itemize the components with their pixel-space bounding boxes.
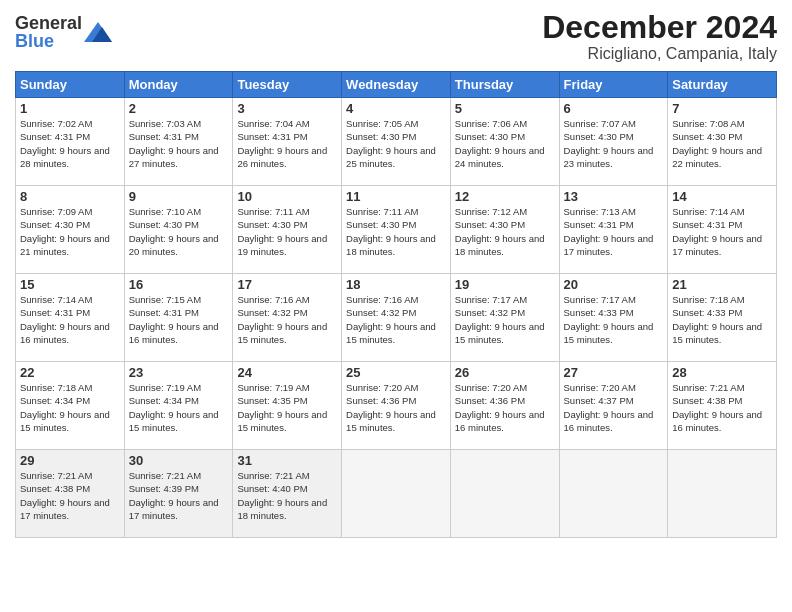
day-number: 24	[237, 365, 337, 380]
day-number: 18	[346, 277, 446, 292]
calendar-table: Sunday Monday Tuesday Wednesday Thursday…	[15, 71, 777, 538]
day-info: Sunrise: 7:09 AMSunset: 4:30 PMDaylight:…	[20, 205, 120, 258]
day-info: Sunrise: 7:17 AMSunset: 4:33 PMDaylight:…	[564, 293, 664, 346]
calendar-day-cell: 8Sunrise: 7:09 AMSunset: 4:30 PMDaylight…	[16, 186, 125, 274]
day-info: Sunrise: 7:11 AMSunset: 4:30 PMDaylight:…	[237, 205, 337, 258]
calendar-day-cell: 16Sunrise: 7:15 AMSunset: 4:31 PMDayligh…	[124, 274, 233, 362]
day-info: Sunrise: 7:21 AMSunset: 4:38 PMDaylight:…	[20, 469, 120, 522]
day-info: Sunrise: 7:21 AMSunset: 4:39 PMDaylight:…	[129, 469, 229, 522]
calendar-day-cell: 15Sunrise: 7:14 AMSunset: 4:31 PMDayligh…	[16, 274, 125, 362]
page-title: December 2024	[542, 10, 777, 45]
day-info: Sunrise: 7:07 AMSunset: 4:30 PMDaylight:…	[564, 117, 664, 170]
calendar-day-cell: 3Sunrise: 7:04 AMSunset: 4:31 PMDaylight…	[233, 98, 342, 186]
calendar-day-cell: 5Sunrise: 7:06 AMSunset: 4:30 PMDaylight…	[450, 98, 559, 186]
calendar-header-row: Sunday Monday Tuesday Wednesday Thursday…	[16, 72, 777, 98]
logo-general-text: General	[15, 14, 82, 32]
day-number: 14	[672, 189, 772, 204]
logo-icon	[84, 22, 112, 42]
day-number: 28	[672, 365, 772, 380]
calendar-day-cell: 4Sunrise: 7:05 AMSunset: 4:30 PMDaylight…	[342, 98, 451, 186]
day-info: Sunrise: 7:06 AMSunset: 4:30 PMDaylight:…	[455, 117, 555, 170]
day-info: Sunrise: 7:03 AMSunset: 4:31 PMDaylight:…	[129, 117, 229, 170]
calendar-week-row: 15Sunrise: 7:14 AMSunset: 4:31 PMDayligh…	[16, 274, 777, 362]
calendar-day-cell: 12Sunrise: 7:12 AMSunset: 4:30 PMDayligh…	[450, 186, 559, 274]
day-number: 21	[672, 277, 772, 292]
day-number: 2	[129, 101, 229, 116]
logo: General Blue	[15, 14, 112, 50]
day-number: 7	[672, 101, 772, 116]
day-info: Sunrise: 7:20 AMSunset: 4:36 PMDaylight:…	[455, 381, 555, 434]
calendar-week-row: 22Sunrise: 7:18 AMSunset: 4:34 PMDayligh…	[16, 362, 777, 450]
day-number: 26	[455, 365, 555, 380]
day-number: 22	[20, 365, 120, 380]
day-info: Sunrise: 7:02 AMSunset: 4:31 PMDaylight:…	[20, 117, 120, 170]
day-number: 27	[564, 365, 664, 380]
col-wednesday: Wednesday	[342, 72, 451, 98]
day-info: Sunrise: 7:12 AMSunset: 4:30 PMDaylight:…	[455, 205, 555, 258]
calendar-day-cell: 19Sunrise: 7:17 AMSunset: 4:32 PMDayligh…	[450, 274, 559, 362]
page: General Blue December 2024 Ricigliano, C…	[0, 0, 792, 553]
day-info: Sunrise: 7:10 AMSunset: 4:30 PMDaylight:…	[129, 205, 229, 258]
calendar-day-cell: 27Sunrise: 7:20 AMSunset: 4:37 PMDayligh…	[559, 362, 668, 450]
day-number: 25	[346, 365, 446, 380]
calendar-day-cell: 24Sunrise: 7:19 AMSunset: 4:35 PMDayligh…	[233, 362, 342, 450]
calendar-day-cell: 26Sunrise: 7:20 AMSunset: 4:36 PMDayligh…	[450, 362, 559, 450]
page-subtitle: Ricigliano, Campania, Italy	[542, 45, 777, 63]
day-info: Sunrise: 7:21 AMSunset: 4:40 PMDaylight:…	[237, 469, 337, 522]
day-info: Sunrise: 7:21 AMSunset: 4:38 PMDaylight:…	[672, 381, 772, 434]
day-info: Sunrise: 7:16 AMSunset: 4:32 PMDaylight:…	[346, 293, 446, 346]
calendar-day-cell: 1Sunrise: 7:02 AMSunset: 4:31 PMDaylight…	[16, 98, 125, 186]
day-number: 20	[564, 277, 664, 292]
col-saturday: Saturday	[668, 72, 777, 98]
day-info: Sunrise: 7:18 AMSunset: 4:33 PMDaylight:…	[672, 293, 772, 346]
day-number: 12	[455, 189, 555, 204]
header: General Blue December 2024 Ricigliano, C…	[15, 10, 777, 63]
day-info: Sunrise: 7:19 AMSunset: 4:35 PMDaylight:…	[237, 381, 337, 434]
calendar-day-cell: 31Sunrise: 7:21 AMSunset: 4:40 PMDayligh…	[233, 450, 342, 538]
day-info: Sunrise: 7:11 AMSunset: 4:30 PMDaylight:…	[346, 205, 446, 258]
day-number: 29	[20, 453, 120, 468]
calendar-week-row: 8Sunrise: 7:09 AMSunset: 4:30 PMDaylight…	[16, 186, 777, 274]
calendar-day-cell: 6Sunrise: 7:07 AMSunset: 4:30 PMDaylight…	[559, 98, 668, 186]
day-info: Sunrise: 7:14 AMSunset: 4:31 PMDaylight:…	[20, 293, 120, 346]
calendar-day-cell: 23Sunrise: 7:19 AMSunset: 4:34 PMDayligh…	[124, 362, 233, 450]
calendar-day-cell: 29Sunrise: 7:21 AMSunset: 4:38 PMDayligh…	[16, 450, 125, 538]
day-info: Sunrise: 7:14 AMSunset: 4:31 PMDaylight:…	[672, 205, 772, 258]
calendar-day-cell: 14Sunrise: 7:14 AMSunset: 4:31 PMDayligh…	[668, 186, 777, 274]
day-info: Sunrise: 7:16 AMSunset: 4:32 PMDaylight:…	[237, 293, 337, 346]
col-tuesday: Tuesday	[233, 72, 342, 98]
day-number: 4	[346, 101, 446, 116]
calendar-day-cell: 30Sunrise: 7:21 AMSunset: 4:39 PMDayligh…	[124, 450, 233, 538]
day-info: Sunrise: 7:18 AMSunset: 4:34 PMDaylight:…	[20, 381, 120, 434]
day-info: Sunrise: 7:15 AMSunset: 4:31 PMDaylight:…	[129, 293, 229, 346]
day-number: 8	[20, 189, 120, 204]
day-info: Sunrise: 7:20 AMSunset: 4:37 PMDaylight:…	[564, 381, 664, 434]
day-number: 10	[237, 189, 337, 204]
title-block: December 2024 Ricigliano, Campania, Ital…	[542, 10, 777, 63]
calendar-day-cell	[342, 450, 451, 538]
col-thursday: Thursday	[450, 72, 559, 98]
day-number: 13	[564, 189, 664, 204]
calendar-day-cell: 20Sunrise: 7:17 AMSunset: 4:33 PMDayligh…	[559, 274, 668, 362]
day-number: 23	[129, 365, 229, 380]
calendar-day-cell: 25Sunrise: 7:20 AMSunset: 4:36 PMDayligh…	[342, 362, 451, 450]
day-number: 9	[129, 189, 229, 204]
col-sunday: Sunday	[16, 72, 125, 98]
calendar-day-cell: 10Sunrise: 7:11 AMSunset: 4:30 PMDayligh…	[233, 186, 342, 274]
logo-blue-text: Blue	[15, 32, 82, 50]
calendar-day-cell	[559, 450, 668, 538]
calendar-day-cell: 13Sunrise: 7:13 AMSunset: 4:31 PMDayligh…	[559, 186, 668, 274]
day-number: 3	[237, 101, 337, 116]
calendar-day-cell: 28Sunrise: 7:21 AMSunset: 4:38 PMDayligh…	[668, 362, 777, 450]
day-number: 11	[346, 189, 446, 204]
day-number: 1	[20, 101, 120, 116]
day-info: Sunrise: 7:04 AMSunset: 4:31 PMDaylight:…	[237, 117, 337, 170]
day-info: Sunrise: 7:05 AMSunset: 4:30 PMDaylight:…	[346, 117, 446, 170]
calendar-day-cell: 7Sunrise: 7:08 AMSunset: 4:30 PMDaylight…	[668, 98, 777, 186]
day-info: Sunrise: 7:19 AMSunset: 4:34 PMDaylight:…	[129, 381, 229, 434]
day-info: Sunrise: 7:17 AMSunset: 4:32 PMDaylight:…	[455, 293, 555, 346]
calendar-day-cell: 18Sunrise: 7:16 AMSunset: 4:32 PMDayligh…	[342, 274, 451, 362]
calendar-day-cell: 11Sunrise: 7:11 AMSunset: 4:30 PMDayligh…	[342, 186, 451, 274]
calendar-day-cell: 21Sunrise: 7:18 AMSunset: 4:33 PMDayligh…	[668, 274, 777, 362]
day-number: 5	[455, 101, 555, 116]
